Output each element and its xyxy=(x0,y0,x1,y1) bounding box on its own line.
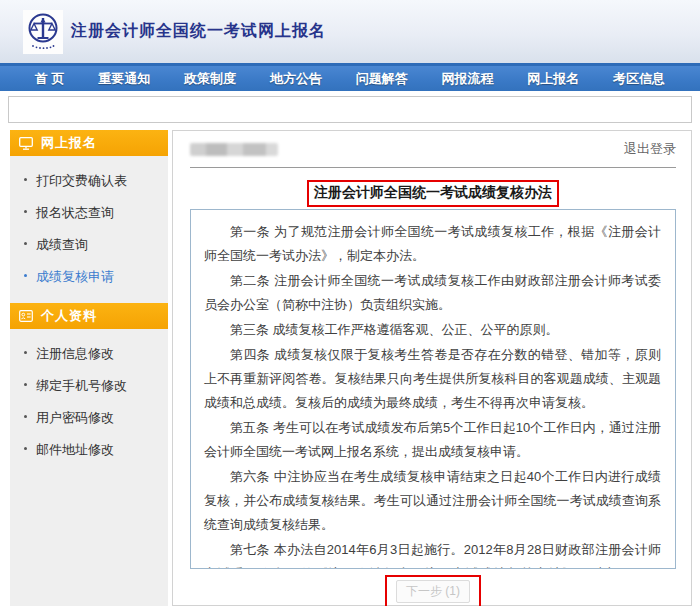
sidebar-section-title: 网上报名 xyxy=(41,134,97,152)
document-title-row: 注册会计师全国统一考试成绩复核办法 xyxy=(190,180,676,202)
document-paragraph: 第六条 中注协应当在考生成绩复核申请结束之日起40个工作日内进行成绩复核，并公布… xyxy=(204,465,661,537)
id-card-icon xyxy=(19,310,33,322)
sidebar: 网上报名 打印交费确认表 报名状态查询 成绩查询 成绩复核申请 xyxy=(10,130,168,606)
sidebar-item-email-edit[interactable]: 邮件地址修改 xyxy=(10,434,168,466)
sidebar-list-personal-info: 注册信息修改 绑定手机号修改 用户密码修改 邮件地址修改 xyxy=(10,329,168,476)
sidebar-section-personal-info: 个人资料 xyxy=(10,303,168,329)
document-title: 注册会计师全国统一考试成绩复核办法 xyxy=(314,184,552,200)
sidebar-item-print-payment-confirmation[interactable]: 打印交费确认表 xyxy=(10,165,168,197)
next-step-button[interactable]: 下一步 (1) xyxy=(396,580,470,603)
button-row: 下一步 (1) xyxy=(190,575,676,606)
site-header: 注册会计师全国统一考试网上报名 xyxy=(0,0,700,63)
next-button-annotation-box: 下一步 (1) xyxy=(385,575,481,606)
sidebar-item-password-edit[interactable]: 用户密码修改 xyxy=(10,402,168,434)
site-title: 注册会计师全国统一考试网上报名 xyxy=(71,21,326,42)
document-paragraph: 第二条 注册会计师全国统一考试成绩复核工作由财政部注册会计师考试委员会办公室（简… xyxy=(204,269,661,317)
sidebar-item-registration-info-edit[interactable]: 注册信息修改 xyxy=(10,338,168,370)
user-name-redacted xyxy=(190,143,278,156)
main-nav: 首 页 重要通知 政策制度 地方公告 问题解答 网报流程 网上报名 考区信息 xyxy=(0,63,700,91)
nav-item-local-announcements[interactable]: 地方公告 xyxy=(270,70,322,88)
nav-item-policies[interactable]: 政策制度 xyxy=(184,70,236,88)
nav-item-exam-area-info[interactable]: 考区信息 xyxy=(613,70,665,88)
sidebar-item-phone-number-edit[interactable]: 绑定手机号修改 xyxy=(10,370,168,402)
document-paragraph: 第四条 成绩复核仅限于复核考生答卷是否存在分数的错登、错加等，原则上不再重新评阅… xyxy=(204,343,661,415)
document-body: 第一条 为了规范注册会计师全国统一考试成绩复核工作，根据《注册会计师全国统一考试… xyxy=(190,209,676,569)
main-area: 网上报名 打印交费确认表 报名状态查询 成绩查询 成绩复核申请 xyxy=(10,130,692,606)
document-title-annotation-box: 注册会计师全国统一考试成绩复核办法 xyxy=(307,180,559,207)
document-paragraph: 第三条 成绩复核工作严格遵循客观、公正、公平的原则。 xyxy=(204,318,661,342)
sidebar-item-score-review-application[interactable]: 成绩复核申请 xyxy=(10,261,168,293)
content-top-bar: 退出登录 xyxy=(190,141,676,157)
nav-item-registration-process[interactable]: 网报流程 xyxy=(442,70,494,88)
nav-item-home[interactable]: 首 页 xyxy=(35,70,65,88)
document-paragraph: 第五条 考生可以在考试成绩发布后第5个工作日起10个工作日内，通过注册会计师全国… xyxy=(204,416,661,464)
banner-strip xyxy=(8,96,692,123)
content-divider xyxy=(190,167,676,168)
document-paragraph: 第七条 本办法自2014年6月3日起施行。2012年8月28日财政部注册会计师考… xyxy=(204,538,661,569)
nav-item-online-registration[interactable]: 网上报名 xyxy=(527,70,579,88)
sidebar-item-score-inquiry[interactable]: 成绩查询 xyxy=(10,229,168,261)
cpa-logo xyxy=(23,10,63,54)
sidebar-section-online-registration: 网上报名 xyxy=(10,130,168,156)
sidebar-section-title: 个人资料 xyxy=(41,307,97,325)
sidebar-item-registration-status[interactable]: 报名状态查询 xyxy=(10,197,168,229)
scales-emblem-icon xyxy=(25,12,61,52)
document-paragraph: 第一条 为了规范注册会计师全国统一考试成绩复核工作，根据《注册会计师全国统一考试… xyxy=(204,220,661,268)
nav-item-notices[interactable]: 重要通知 xyxy=(98,70,150,88)
nav-item-faq[interactable]: 问题解答 xyxy=(356,70,408,88)
logout-link[interactable]: 退出登录 xyxy=(624,140,676,158)
sidebar-list-online-registration: 打印交费确认表 报名状态查询 成绩查询 成绩复核申请 xyxy=(10,156,168,303)
content-panel: 退出登录 注册会计师全国统一考试成绩复核办法 第一条 为了规范注册会计师全国统一… xyxy=(172,130,692,606)
page: 注册会计师全国统一考试网上报名 首 页 重要通知 政策制度 地方公告 问题解答 … xyxy=(0,0,700,606)
monitor-icon xyxy=(19,137,33,150)
